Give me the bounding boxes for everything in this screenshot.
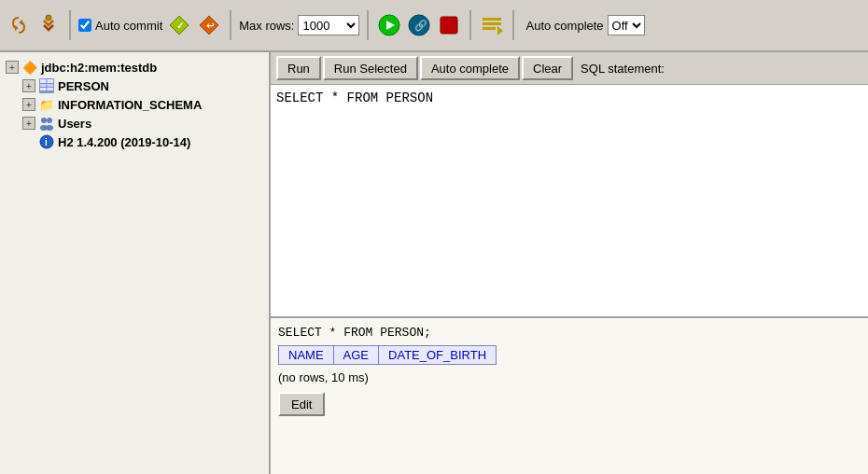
autocomplete-group: Auto complete Off On <box>525 15 644 35</box>
db-label: jdbc:h2:mem:testdb <box>41 61 157 75</box>
svg-point-19 <box>41 118 47 123</box>
svg-rect-12 <box>483 27 496 30</box>
person-label: PERSON <box>58 79 109 93</box>
svg-text:🔗: 🔗 <box>414 19 427 32</box>
rollback-icon[interactable]: ↩ <box>196 12 222 38</box>
autocomplete-label: Auto complete <box>525 19 603 33</box>
results-status: (no rows, 10 ms) <box>278 370 861 384</box>
expand-users-icon[interactable]: + <box>22 117 35 130</box>
run-button[interactable]: Run <box>276 56 321 80</box>
sql-statement-label: SQL statement: <box>581 62 665 76</box>
right-panel: Run Run Selected Auto complete Clear SQL… <box>271 52 868 474</box>
autocomplete-select[interactable]: Off On <box>608 15 645 35</box>
sidebar-item-info-schema[interactable]: + 📁 INFORMATION_SCHEMA <box>21 95 265 114</box>
results-area: SELECT * FROM PERSON; NAME AGE DATE_OF_B… <box>271 318 868 474</box>
executed-query: SELECT * FROM PERSON; <box>278 326 861 340</box>
autocommit-label: Auto commit <box>95 19 162 33</box>
col-age: AGE <box>333 346 378 365</box>
svg-point-0 <box>46 15 51 21</box>
expand-schema-icon[interactable]: + <box>22 98 35 111</box>
separator-1 <box>69 10 71 40</box>
sidebar-item-users[interactable]: + Users <box>21 114 265 132</box>
h2version-label: H2 1.4.200 (2019-10-14) <box>58 135 190 149</box>
separator-4 <box>469 10 471 40</box>
main-area: + 🔶 jdbc:h2:mem:testdb + PERSON <box>0 52 868 474</box>
button-bar: Run Run Selected Auto complete Clear SQL… <box>271 52 868 85</box>
info-icon: i <box>39 134 54 149</box>
svg-rect-10 <box>483 18 501 21</box>
maxrows-select[interactable]: 1000 100 10000 100000 <box>298 15 359 35</box>
expand-db-icon[interactable]: + <box>6 61 19 74</box>
sidebar: + 🔶 jdbc:h2:mem:testdb + PERSON <box>0 52 271 474</box>
schema-label: INFORMATION_SCHEMA <box>58 98 202 112</box>
sidebar-item-person[interactable]: + PERSON <box>21 77 265 95</box>
svg-marker-13 <box>497 26 503 35</box>
history-icon[interactable] <box>479 12 505 38</box>
sql-editor[interactable]: SELECT * FROM PERSON <box>271 85 868 316</box>
clear-button[interactable]: Clear <box>522 56 573 80</box>
table-icon <box>39 78 54 93</box>
col-name: NAME <box>279 346 334 365</box>
sidebar-item-db[interactable]: + 🔶 jdbc:h2:mem:testdb <box>4 58 265 77</box>
db-icon: 🔶 <box>22 60 37 75</box>
maxrows-group: Max rows: 1000 100 10000 100000 <box>239 15 359 35</box>
svg-text:✓: ✓ <box>176 21 184 31</box>
results-table: NAME AGE DATE_OF_BIRTH <box>278 345 497 365</box>
expand-person-icon[interactable]: + <box>22 79 35 92</box>
users-label: Users <box>58 117 91 131</box>
svg-rect-9 <box>441 17 457 34</box>
sql-editor-container: SELECT * FROM PERSON <box>271 85 868 318</box>
svg-text:↩: ↩ <box>206 21 215 31</box>
run-selected-button[interactable]: Run Selected <box>323 56 418 80</box>
autocomplete-button[interactable]: Auto complete <box>420 56 520 80</box>
run-play-button[interactable] <box>376 12 402 38</box>
commit-icon[interactable]: ✓ <box>166 12 192 38</box>
edit-button[interactable]: Edit <box>278 392 325 416</box>
svg-point-20 <box>47 118 52 123</box>
disconnect-icon[interactable] <box>35 12 62 38</box>
users-icon <box>39 116 54 131</box>
results-header-row: NAME AGE DATE_OF_BIRTH <box>279 346 497 365</box>
run-connect-button[interactable]: 🔗 <box>406 12 432 38</box>
separator-5 <box>512 10 514 40</box>
svg-text:i: i <box>45 137 48 147</box>
col-dob: DATE_OF_BIRTH <box>379 346 497 365</box>
separator-3 <box>367 10 369 40</box>
separator-2 <box>230 10 231 40</box>
autocommit-group: Auto commit <box>78 19 162 33</box>
svg-rect-11 <box>483 22 501 25</box>
sidebar-item-h2version: i H2 1.4.200 (2019-10-14) <box>21 132 265 151</box>
maxrows-label: Max rows: <box>239 19 294 33</box>
folder-icon: 📁 <box>39 97 54 112</box>
stop-button[interactable] <box>436 12 462 38</box>
autocommit-checkbox[interactable] <box>78 19 91 32</box>
reconnect-icon[interactable] <box>6 12 32 38</box>
svg-point-22 <box>46 125 53 131</box>
toolbar: Auto commit ✓ ↩ Max rows: 1000 100 10000… <box>0 0 868 52</box>
